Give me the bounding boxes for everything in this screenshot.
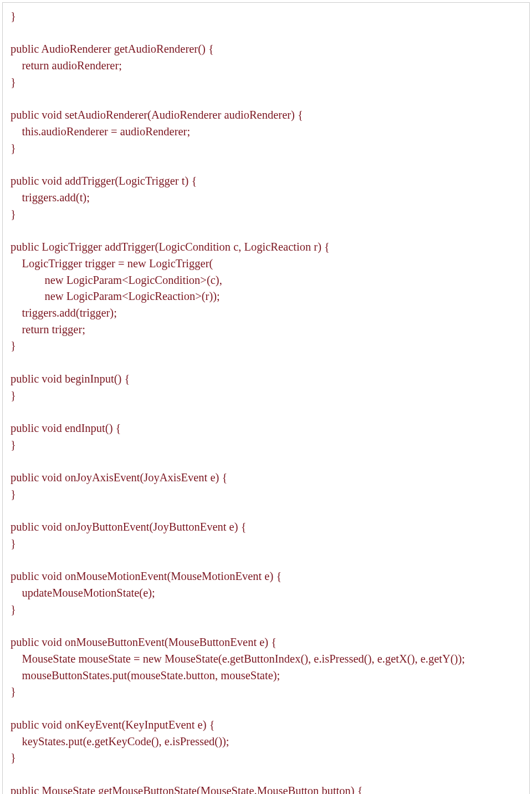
code-line bbox=[11, 91, 521, 108]
code-line: mouseButtonStates.put(mouseState.button,… bbox=[11, 668, 521, 684]
code-line: MouseState mouseState = new MouseState(e… bbox=[11, 651, 521, 668]
code-line bbox=[11, 354, 521, 371]
code-line: } bbox=[11, 750, 521, 766]
code-line: new LogicParam<LogicReaction>(r)); bbox=[11, 288, 521, 305]
code-line bbox=[11, 503, 521, 520]
code-line: public AudioRenderer getAudioRenderer() … bbox=[11, 41, 521, 58]
code-line: public void onJoyAxisEvent(JoyAxisEvent … bbox=[11, 470, 521, 486]
code-line bbox=[11, 700, 521, 717]
code-line bbox=[11, 766, 521, 783]
code-line: public void onJoyButtonEvent(JoyButtonEv… bbox=[11, 519, 521, 536]
code-line: } bbox=[11, 602, 521, 618]
code-line: } bbox=[11, 486, 521, 503]
code-line: public void addTrigger(LogicTrigger t) { bbox=[11, 173, 521, 190]
code-line: public LogicTrigger addTrigger(LogicCond… bbox=[11, 239, 521, 256]
code-line: } bbox=[11, 8, 521, 25]
code-line: } bbox=[11, 206, 521, 223]
code-line: } bbox=[11, 536, 521, 552]
code-line: keyStates.put(e.getKeyCode(), e.isPresse… bbox=[11, 734, 521, 750]
code-line bbox=[11, 156, 521, 173]
code-line: } bbox=[11, 74, 521, 91]
code-line bbox=[11, 552, 521, 569]
code-line: public void onMouseButtonEvent(MouseButt… bbox=[11, 634, 521, 651]
code-line: } bbox=[11, 437, 521, 454]
code-line: } bbox=[11, 388, 521, 404]
code-line: new LogicParam<LogicCondition>(c), bbox=[11, 272, 521, 289]
code-line: } bbox=[11, 684, 521, 700]
code-line: public void beginInput() { bbox=[11, 371, 521, 388]
code-line: public void onKeyEvent(KeyInputEvent e) … bbox=[11, 717, 521, 734]
code-line: } bbox=[11, 140, 521, 157]
code-line: return audioRenderer; bbox=[11, 58, 521, 74]
code-line: public void onMouseMotionEvent(MouseMoti… bbox=[11, 568, 521, 585]
code-line: public MouseState getMouseButtonState(Mo… bbox=[11, 783, 521, 794]
code-line bbox=[11, 618, 521, 635]
code-line: public void endInput() { bbox=[11, 420, 521, 437]
code-line bbox=[11, 222, 521, 239]
code-line: return trigger; bbox=[11, 322, 521, 338]
code-line bbox=[11, 404, 521, 420]
code-block: } public AudioRenderer getAudioRenderer(… bbox=[2, 2, 530, 794]
code-line: updateMouseMotionState(e); bbox=[11, 585, 521, 602]
code-line: LogicTrigger trigger = new LogicTrigger( bbox=[11, 256, 521, 272]
code-line bbox=[11, 453, 521, 470]
code-line: } bbox=[11, 338, 521, 354]
code-line bbox=[11, 25, 521, 42]
code-line: triggers.add(t); bbox=[11, 190, 521, 206]
code-line: this.audioRenderer = audioRenderer; bbox=[11, 124, 521, 140]
code-line: triggers.add(trigger); bbox=[11, 305, 521, 322]
code-line: public void setAudioRenderer(AudioRender… bbox=[11, 107, 521, 124]
